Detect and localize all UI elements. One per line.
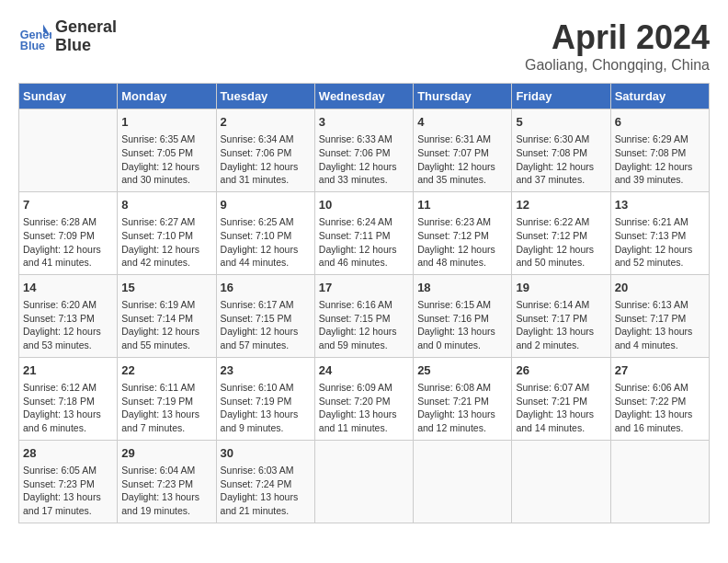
calendar-cell: 12Sunrise: 6:22 AM Sunset: 7:12 PM Dayli… bbox=[512, 191, 610, 274]
calendar-cell: 4Sunrise: 6:31 AM Sunset: 7:07 PM Daylig… bbox=[414, 109, 512, 192]
cell-content: Sunrise: 6:22 AM Sunset: 7:12 PM Dayligh… bbox=[516, 215, 606, 270]
calendar-cell: 5Sunrise: 6:30 AM Sunset: 7:08 PM Daylig… bbox=[512, 109, 610, 192]
cell-content: Sunrise: 6:07 AM Sunset: 7:21 PM Dayligh… bbox=[516, 381, 606, 435]
calendar-week-2: 7Sunrise: 6:28 AM Sunset: 7:09 PM Daylig… bbox=[19, 191, 710, 274]
cell-content: Sunrise: 6:31 AM Sunset: 7:07 PM Dayligh… bbox=[417, 132, 507, 187]
cell-content: Sunrise: 6:08 AM Sunset: 7:21 PM Dayligh… bbox=[417, 381, 507, 435]
day-number: 13 bbox=[615, 197, 705, 213]
calendar-week-5: 28Sunrise: 6:05 AM Sunset: 7:23 PM Dayli… bbox=[19, 440, 710, 523]
cell-content: Sunrise: 6:10 AM Sunset: 7:19 PM Dayligh… bbox=[221, 381, 311, 435]
day-header-friday: Friday bbox=[512, 84, 610, 109]
day-number: 9 bbox=[221, 197, 311, 213]
calendar-cell: 6Sunrise: 6:29 AM Sunset: 7:08 PM Daylig… bbox=[610, 109, 709, 192]
month-title: April 2024 bbox=[525, 18, 710, 57]
cell-content: Sunrise: 6:17 AM Sunset: 7:15 PM Dayligh… bbox=[221, 298, 311, 352]
day-number: 1 bbox=[121, 114, 211, 131]
calendar-cell: 1Sunrise: 6:35 AM Sunset: 7:05 PM Daylig… bbox=[118, 109, 216, 192]
cell-content: Sunrise: 6:06 AM Sunset: 7:22 PM Dayligh… bbox=[615, 381, 705, 435]
day-number: 3 bbox=[319, 114, 409, 131]
calendar-cell: 13Sunrise: 6:21 AM Sunset: 7:13 PM Dayli… bbox=[610, 191, 709, 274]
calendar-cell: 24Sunrise: 6:09 AM Sunset: 7:20 PM Dayli… bbox=[314, 357, 413, 440]
calendar-cell bbox=[19, 109, 118, 192]
logo-text: General Blue bbox=[55, 18, 117, 55]
page-header: General Blue General Blue April 2024 Gao… bbox=[18, 18, 710, 74]
day-number: 14 bbox=[23, 280, 113, 296]
calendar-cell: 26Sunrise: 6:07 AM Sunset: 7:21 PM Dayli… bbox=[512, 357, 610, 440]
day-number: 21 bbox=[23, 362, 113, 379]
cell-content: Sunrise: 6:03 AM Sunset: 7:24 PM Dayligh… bbox=[221, 464, 311, 518]
cell-content: Sunrise: 6:29 AM Sunset: 7:08 PM Dayligh… bbox=[615, 132, 705, 187]
day-number: 4 bbox=[417, 114, 507, 131]
calendar-cell: 29Sunrise: 6:04 AM Sunset: 7:23 PM Dayli… bbox=[118, 440, 216, 523]
calendar-cell: 21Sunrise: 6:12 AM Sunset: 7:18 PM Dayli… bbox=[19, 357, 118, 440]
cell-content: Sunrise: 6:33 AM Sunset: 7:06 PM Dayligh… bbox=[319, 132, 409, 187]
svg-text:Blue: Blue bbox=[20, 39, 45, 52]
day-number: 19 bbox=[516, 280, 606, 296]
day-number: 11 bbox=[417, 197, 507, 213]
day-number: 28 bbox=[23, 445, 113, 462]
day-number: 17 bbox=[319, 280, 409, 296]
calendar-cell: 10Sunrise: 6:24 AM Sunset: 7:11 PM Dayli… bbox=[314, 191, 413, 274]
calendar-cell: 28Sunrise: 6:05 AM Sunset: 7:23 PM Dayli… bbox=[19, 440, 118, 523]
day-header-tuesday: Tuesday bbox=[216, 84, 314, 109]
day-number: 23 bbox=[221, 362, 311, 379]
calendar-table: SundayMondayTuesdayWednesdayThursdayFrid… bbox=[18, 83, 710, 523]
calendar-cell: 27Sunrise: 6:06 AM Sunset: 7:22 PM Dayli… bbox=[610, 357, 709, 440]
cell-content: Sunrise: 6:15 AM Sunset: 7:16 PM Dayligh… bbox=[417, 298, 507, 352]
day-number: 16 bbox=[221, 280, 311, 296]
cell-content: Sunrise: 6:23 AM Sunset: 7:12 PM Dayligh… bbox=[417, 215, 507, 270]
day-number: 27 bbox=[615, 362, 705, 379]
day-number: 8 bbox=[121, 197, 211, 213]
cell-content: Sunrise: 6:05 AM Sunset: 7:23 PM Dayligh… bbox=[23, 464, 113, 518]
calendar-cell: 2Sunrise: 6:34 AM Sunset: 7:06 PM Daylig… bbox=[216, 109, 314, 192]
day-number: 2 bbox=[221, 114, 311, 131]
cell-content: Sunrise: 6:16 AM Sunset: 7:15 PM Dayligh… bbox=[319, 298, 409, 352]
day-header-wednesday: Wednesday bbox=[314, 84, 413, 109]
calendar-cell: 18Sunrise: 6:15 AM Sunset: 7:16 PM Dayli… bbox=[414, 274, 512, 357]
calendar-cell bbox=[610, 440, 709, 523]
day-number: 15 bbox=[121, 280, 211, 296]
cell-content: Sunrise: 6:19 AM Sunset: 7:14 PM Dayligh… bbox=[121, 298, 211, 352]
cell-content: Sunrise: 6:12 AM Sunset: 7:18 PM Dayligh… bbox=[23, 381, 113, 435]
day-number: 12 bbox=[516, 197, 606, 213]
day-number: 18 bbox=[417, 280, 507, 296]
calendar-cell: 3Sunrise: 6:33 AM Sunset: 7:06 PM Daylig… bbox=[314, 109, 413, 192]
calendar-cell: 23Sunrise: 6:10 AM Sunset: 7:19 PM Dayli… bbox=[216, 357, 314, 440]
cell-content: Sunrise: 6:20 AM Sunset: 7:13 PM Dayligh… bbox=[23, 298, 113, 352]
day-number: 29 bbox=[121, 445, 211, 462]
calendar-cell: 11Sunrise: 6:23 AM Sunset: 7:12 PM Dayli… bbox=[414, 191, 512, 274]
day-number: 22 bbox=[121, 362, 211, 379]
cell-content: Sunrise: 6:30 AM Sunset: 7:08 PM Dayligh… bbox=[516, 132, 606, 187]
calendar-week-1: 1Sunrise: 6:35 AM Sunset: 7:05 PM Daylig… bbox=[19, 109, 710, 192]
calendar-cell: 17Sunrise: 6:16 AM Sunset: 7:15 PM Dayli… bbox=[314, 274, 413, 357]
day-number: 5 bbox=[516, 114, 606, 131]
cell-content: Sunrise: 6:25 AM Sunset: 7:10 PM Dayligh… bbox=[221, 215, 311, 270]
calendar-header-row: SundayMondayTuesdayWednesdayThursdayFrid… bbox=[19, 84, 710, 109]
calendar-cell: 8Sunrise: 6:27 AM Sunset: 7:10 PM Daylig… bbox=[118, 191, 216, 274]
cell-content: Sunrise: 6:04 AM Sunset: 7:23 PM Dayligh… bbox=[121, 464, 211, 518]
logo: General Blue General Blue bbox=[18, 18, 117, 55]
title-block: April 2024 Gaoliang, Chongqing, China bbox=[525, 18, 710, 74]
day-number: 30 bbox=[221, 445, 311, 462]
day-header-saturday: Saturday bbox=[610, 84, 709, 109]
calendar-cell bbox=[414, 440, 512, 523]
calendar-cell: 19Sunrise: 6:14 AM Sunset: 7:17 PM Dayli… bbox=[512, 274, 610, 357]
day-number: 6 bbox=[615, 114, 705, 131]
calendar-cell: 22Sunrise: 6:11 AM Sunset: 7:19 PM Dayli… bbox=[118, 357, 216, 440]
cell-content: Sunrise: 6:34 AM Sunset: 7:06 PM Dayligh… bbox=[221, 132, 311, 187]
day-header-monday: Monday bbox=[118, 84, 216, 109]
cell-content: Sunrise: 6:14 AM Sunset: 7:17 PM Dayligh… bbox=[516, 298, 606, 352]
day-number: 25 bbox=[417, 362, 507, 379]
day-number: 10 bbox=[319, 197, 409, 213]
cell-content: Sunrise: 6:28 AM Sunset: 7:09 PM Dayligh… bbox=[23, 215, 113, 270]
calendar-cell: 30Sunrise: 6:03 AM Sunset: 7:24 PM Dayli… bbox=[216, 440, 314, 523]
cell-content: Sunrise: 6:21 AM Sunset: 7:13 PM Dayligh… bbox=[615, 215, 705, 270]
calendar-cell bbox=[314, 440, 413, 523]
cell-content: Sunrise: 6:35 AM Sunset: 7:05 PM Dayligh… bbox=[121, 132, 211, 187]
cell-content: Sunrise: 6:24 AM Sunset: 7:11 PM Dayligh… bbox=[319, 215, 409, 270]
calendar-cell bbox=[512, 440, 610, 523]
calendar-cell: 15Sunrise: 6:19 AM Sunset: 7:14 PM Dayli… bbox=[118, 274, 216, 357]
calendar-cell: 25Sunrise: 6:08 AM Sunset: 7:21 PM Dayli… bbox=[414, 357, 512, 440]
calendar-cell: 7Sunrise: 6:28 AM Sunset: 7:09 PM Daylig… bbox=[19, 191, 118, 274]
cell-content: Sunrise: 6:11 AM Sunset: 7:19 PM Dayligh… bbox=[121, 381, 211, 435]
